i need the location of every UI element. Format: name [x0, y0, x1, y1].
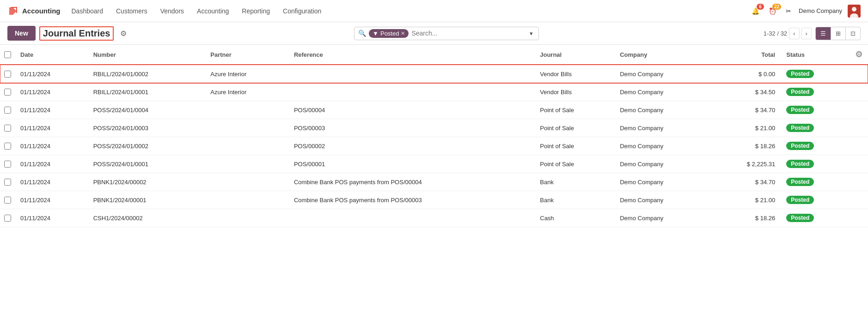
select-all-header[interactable]: [0, 45, 15, 65]
nav-accounting[interactable]: Accounting: [191, 5, 234, 18]
table-row[interactable]: 01/11/2024 RBILL/2024/01/0002 Azure Inte…: [0, 65, 868, 83]
notifications-badge: 6: [757, 4, 764, 10]
col-header-journal[interactable]: Journal: [534, 45, 614, 65]
row-checkbox-cell[interactable]: [0, 83, 15, 101]
nav-configuration[interactable]: Configuration: [277, 5, 327, 18]
table-row[interactable]: 01/11/2024 CSH1/2024/00002 Cash Demo Com…: [0, 209, 868, 227]
col-header-number[interactable]: Number: [88, 45, 205, 65]
row-status: Posted: [781, 173, 850, 191]
row-checkbox[interactable]: [4, 143, 11, 150]
search-input[interactable]: [411, 30, 525, 37]
row-date: 01/11/2024: [15, 209, 88, 227]
nav-reporting[interactable]: Reporting: [236, 5, 275, 18]
row-total: $ 21.00: [711, 119, 781, 137]
row-checkbox-cell[interactable]: [0, 137, 15, 155]
pagination-prev[interactable]: ‹: [789, 28, 799, 39]
row-checkbox[interactable]: [4, 89, 11, 96]
table-row[interactable]: 01/11/2024 POSS/2024/01/0004 POS/00004 P…: [0, 101, 868, 119]
filter-icon: ▼: [373, 30, 379, 37]
row-status: Posted: [781, 83, 850, 101]
list-view-button[interactable]: ☰: [816, 27, 831, 40]
table-row[interactable]: 01/11/2024 RBILL/2024/01/0001 Azure Inte…: [0, 83, 868, 101]
col-options-header[interactable]: ⚙: [850, 45, 868, 65]
journal-entries-table: Date Number Partner Reference Journal Co…: [0, 45, 868, 227]
svg-point-1: [852, 7, 856, 12]
row-checkbox[interactable]: [4, 125, 11, 132]
row-total: $ 18.26: [711, 137, 781, 155]
row-company: Demo Company: [614, 83, 711, 101]
row-options: [850, 191, 868, 209]
row-company: Demo Company: [614, 101, 711, 119]
toolbar: New Journal Entries ⚙ 🔍 ▼ Posted ✕ ▾ 1-3…: [0, 22, 868, 45]
row-checkbox-cell[interactable]: [0, 65, 15, 83]
search-dropdown-button[interactable]: ▾: [528, 29, 535, 38]
row-checkbox[interactable]: [4, 107, 11, 114]
status-badge: Posted: [786, 88, 814, 96]
col-header-status[interactable]: Status: [781, 45, 850, 65]
row-reference: [288, 65, 534, 83]
row-date: 01/11/2024: [15, 65, 88, 83]
col-header-date[interactable]: Date: [15, 45, 88, 65]
row-options: [850, 155, 868, 173]
tools-button[interactable]: ✂: [784, 6, 793, 17]
row-total: $ 34.70: [711, 101, 781, 119]
kanban-view-button[interactable]: ⊞: [831, 27, 846, 40]
row-options: [850, 101, 868, 119]
row-checkbox-cell[interactable]: [0, 155, 15, 173]
table-row[interactable]: 01/11/2024 PBNK1/2024/00001 Combine Bank…: [0, 191, 868, 209]
table-row[interactable]: 01/11/2024 POSS/2024/01/0003 POS/00003 P…: [0, 119, 868, 137]
col-header-total[interactable]: Total: [711, 45, 781, 65]
row-checkbox-cell[interactable]: [0, 101, 15, 119]
nav-customers[interactable]: Customers: [110, 5, 153, 18]
row-checkbox[interactable]: [4, 179, 11, 186]
col-header-company[interactable]: Company: [614, 45, 711, 65]
row-partner: Azure Interior: [205, 65, 288, 83]
select-all-checkbox[interactable]: [4, 51, 11, 58]
row-checkbox-cell[interactable]: [0, 191, 15, 209]
company-name[interactable]: Demo Company: [799, 7, 842, 14]
row-number: PBNK1/2024/00002: [88, 173, 205, 191]
status-badge: Posted: [786, 124, 814, 132]
row-checkbox[interactable]: [4, 161, 11, 168]
row-status: Posted: [781, 155, 850, 173]
row-status: Posted: [781, 209, 850, 227]
row-reference: [288, 83, 534, 101]
table-row[interactable]: 01/11/2024 POSS/2024/01/0002 POS/00002 P…: [0, 137, 868, 155]
row-journal: Vendor Bills: [534, 65, 614, 83]
nav-vendors[interactable]: Vendors: [155, 5, 189, 18]
row-status: Posted: [781, 65, 850, 83]
row-checkbox[interactable]: [4, 197, 11, 204]
row-number: PBNK1/2024/00001: [88, 191, 205, 209]
app-logo[interactable]: Accounting: [7, 6, 61, 17]
new-button[interactable]: New: [7, 26, 36, 41]
row-checkbox-cell[interactable]: [0, 173, 15, 191]
col-header-reference[interactable]: Reference: [288, 45, 534, 65]
nav-right: 🔔 6 ⏰ 22 ✂ Demo Company: [750, 5, 861, 18]
row-checkbox-cell[interactable]: [0, 119, 15, 137]
table-row[interactable]: 01/11/2024 PBNK1/2024/00002 Combine Bank…: [0, 173, 868, 191]
pagination: 1-32 / 32 ‹ ›: [764, 28, 812, 39]
row-checkbox[interactable]: [4, 215, 11, 222]
row-checkbox-cell[interactable]: [0, 209, 15, 227]
row-company: Demo Company: [614, 119, 711, 137]
clock-button[interactable]: ⏰ 22: [767, 6, 778, 17]
filter-tag-remove[interactable]: ✕: [401, 30, 405, 36]
col-header-partner[interactable]: Partner: [205, 45, 288, 65]
row-checkbox[interactable]: [4, 71, 11, 78]
row-total: $ 0.00: [711, 65, 781, 83]
nav-dashboard[interactable]: Dashboard: [66, 5, 109, 18]
row-total: $ 34.70: [711, 173, 781, 191]
pagination-next[interactable]: ›: [801, 28, 812, 39]
row-date: 01/11/2024: [15, 83, 88, 101]
row-reference: [288, 209, 534, 227]
user-avatar[interactable]: [848, 5, 861, 18]
top-nav: Accounting Dashboard Customers Vendors A…: [0, 0, 868, 22]
notifications-button[interactable]: 🔔 6: [750, 6, 761, 17]
row-number: CSH1/2024/00002: [88, 209, 205, 227]
row-company: Demo Company: [614, 191, 711, 209]
extra-view-button[interactable]: ⊡: [846, 27, 860, 40]
row-partner: Azure Interior: [205, 83, 288, 101]
view-switcher: ☰ ⊞ ⊡: [815, 27, 861, 40]
table-row[interactable]: 01/11/2024 POSS/2024/01/0001 POS/00001 P…: [0, 155, 868, 173]
settings-button[interactable]: ⚙: [117, 27, 129, 40]
